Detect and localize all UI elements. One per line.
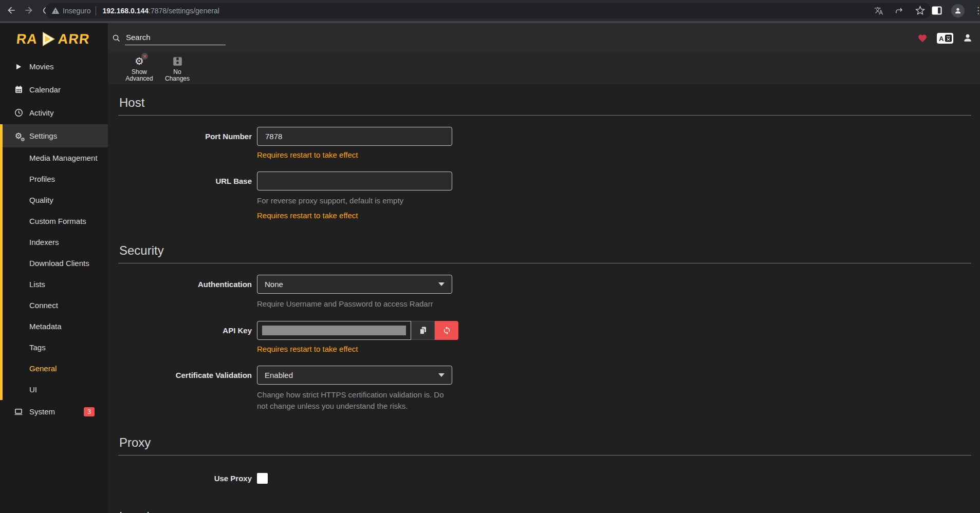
url-base-help: For reverse proxy support, default is em… (257, 195, 452, 206)
svg-text:A: A (939, 35, 944, 43)
url-base-input[interactable] (257, 172, 452, 191)
translate-language-icon[interactable]: A (937, 33, 953, 44)
sub-item-label: Connect (29, 301, 58, 310)
share-icon[interactable] (895, 6, 904, 15)
sidebar-item-calendar[interactable]: Calendar (0, 78, 108, 101)
url-base-restart-warning: Requires restart to take effect (257, 211, 452, 220)
back-arrow-icon (6, 5, 16, 15)
sidebar-item-custom-formats[interactable]: Custom Formats (0, 211, 108, 232)
gears-icon: ⚙⚙ (13, 131, 24, 141)
copy-api-key-button[interactable] (411, 321, 435, 340)
use-proxy-row: Use Proxy (118, 469, 971, 484)
certificate-validation-select[interactable]: Enabled (257, 366, 452, 385)
save-floppy-icon (172, 56, 183, 67)
sub-item-label: Quality (29, 196, 53, 204)
laptop-icon (13, 407, 24, 417)
section-title-host: Host (118, 96, 971, 116)
sidebar-item-settings[interactable]: ⚙⚙ Settings (0, 124, 108, 147)
browser-back-button[interactable] (5, 4, 17, 16)
use-proxy-label: Use Proxy (118, 469, 252, 483)
sidebar-item-label: Activity (29, 108, 54, 117)
sub-item-label: Metadata (29, 322, 62, 331)
user-icon[interactable] (963, 33, 973, 43)
browser-toolbar: Inseguro 192.168.0.144:7878/settings/gen… (0, 0, 980, 21)
show-advanced-button[interactable]: ⚙ ✕ Show Advanced (125, 55, 154, 82)
sidebar-item-system[interactable]: System 3 (0, 400, 108, 423)
sidebar-item-metadata[interactable]: Metadata (0, 316, 108, 337)
sidebar-item-label: Settings (29, 131, 57, 140)
port-restart-warning: Requires restart to take effect (257, 150, 452, 159)
settings-general-content: Host Port Number Requires restart to tak… (108, 84, 980, 513)
sidebar-item-quality[interactable]: Quality (0, 189, 108, 211)
address-bar[interactable]: Inseguro 192.168.0.144:7878/settings/gen… (45, 3, 931, 18)
sidebar-item-ui[interactable]: UI (0, 379, 108, 400)
bookmark-star-icon[interactable] (915, 6, 925, 15)
browser-forward-button[interactable] (23, 4, 35, 16)
sub-item-label: Custom Formats (29, 217, 86, 225)
forward-arrow-icon (24, 5, 34, 15)
sub-item-label: General (29, 364, 57, 373)
sidebar: RA ARR Movies Calendar Activity ⚙⚙ Setti… (0, 23, 108, 513)
sub-item-label: Lists (29, 280, 45, 289)
api-key-label: API Key (118, 321, 252, 335)
radarr-logo[interactable]: RA ARR (0, 23, 108, 55)
port-number-input[interactable] (257, 127, 452, 146)
sub-item-label: Download Clients (29, 259, 89, 268)
copy-icon (418, 326, 428, 336)
port-number-label: Port Number (118, 127, 252, 141)
search-icon (112, 34, 121, 43)
sidebar-item-lists[interactable]: Lists (0, 274, 108, 295)
api-key-row: API Key Requires restart to take effect (118, 321, 971, 353)
sidebar-item-indexers[interactable]: Indexers (0, 232, 108, 253)
url-text: 192.168.0.144:7878/settings/general (102, 7, 219, 15)
search-input[interactable] (125, 31, 226, 45)
not-secure-warning-icon (51, 7, 60, 15)
sidebar-item-movies[interactable]: Movies (0, 55, 108, 78)
sidebar-item-general[interactable]: General (0, 358, 108, 379)
api-key-input[interactable] (257, 321, 411, 340)
regenerate-api-key-button[interactable] (435, 321, 458, 340)
section-title-security: Security (118, 243, 971, 263)
authentication-select[interactable]: None (257, 275, 452, 294)
logo-text-right: ARR (57, 31, 90, 47)
app-header: A (108, 23, 980, 53)
system-issues-badge: 3 (84, 407, 95, 416)
logo-play-icon (39, 30, 57, 48)
show-advanced-label-2: Advanced (125, 75, 153, 82)
certificate-validation-help: Change how strict HTTPS certification va… (257, 389, 452, 412)
authentication-help: Require Username and Password to access … (257, 298, 452, 310)
settings-toolbar: ⚙ ✕ Show Advanced No Changes (108, 53, 980, 84)
authentication-value: None (265, 280, 283, 289)
chevron-down-icon (438, 282, 445, 286)
sub-item-label: UI (29, 385, 37, 394)
sidebar-item-profiles[interactable]: Profiles (0, 168, 108, 189)
sidebar-item-tags[interactable]: Tags (0, 337, 108, 358)
donate-heart-icon[interactable] (917, 33, 928, 43)
url-base-row: URL Base For reverse proxy support, defa… (118, 172, 971, 220)
sidebar-item-media-management[interactable]: Media Management (0, 147, 108, 168)
calendar-icon (13, 85, 24, 95)
authentication-row: Authentication None Require Username and… (118, 275, 971, 310)
url-path: :7878/settings/general (149, 7, 219, 15)
sub-item-label: Profiles (29, 175, 55, 183)
sidebar-item-label: Movies (29, 62, 54, 71)
certificate-validation-row: Certificate Validation Enabled Change ho… (118, 366, 971, 412)
use-proxy-checkbox[interactable] (257, 473, 268, 484)
sidebar-item-download-clients[interactable]: Download Clients (0, 253, 108, 274)
section-title-proxy: Proxy (118, 435, 971, 455)
translate-icon[interactable] (874, 6, 883, 15)
sub-item-label: Indexers (29, 238, 59, 246)
omnibox-divider (96, 6, 96, 15)
url-base-label: URL Base (118, 172, 252, 185)
advanced-off-badge: ✕ (141, 53, 148, 60)
api-key-redacted-value (262, 326, 406, 335)
url-host: 192.168.0.144 (102, 7, 149, 15)
sidebar-item-connect[interactable]: Connect (0, 295, 108, 316)
side-panel-icon[interactable] (932, 6, 942, 15)
sidebar-item-label: Calendar (29, 85, 61, 94)
browser-menu-button[interactable]: ⋮ (974, 9, 977, 12)
port-number-row: Port Number Requires restart to take eff… (118, 127, 971, 159)
sidebar-item-activity[interactable]: Activity (0, 101, 108, 124)
browser-profile-avatar[interactable] (951, 4, 965, 17)
save-changes-button[interactable]: No Changes (163, 55, 192, 82)
